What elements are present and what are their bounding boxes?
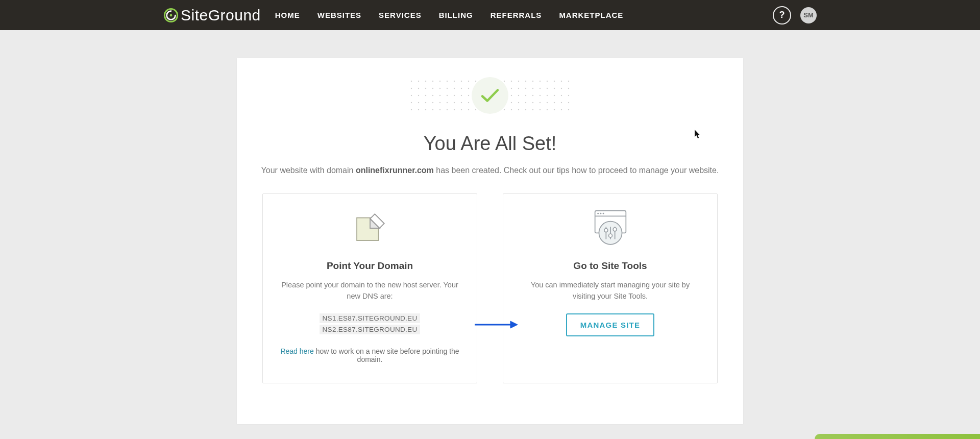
top-header: SiteGround HOME WEBSITES SERVICES BILLIN… <box>0 0 980 30</box>
svg-point-16 <box>613 228 617 231</box>
nav-services[interactable]: SERVICES <box>379 1 422 30</box>
main-nav: HOME WEBSITES SERVICES BILLING REFERRALS… <box>275 0 624 30</box>
svg-point-7 <box>597 213 599 214</box>
svg-point-15 <box>608 234 612 237</box>
subtitle-domain: onlinefixrunner.com <box>356 166 434 175</box>
annotation-arrow-icon <box>474 320 518 330</box>
page-subtitle: Your website with domain onlinefixrunner… <box>237 166 743 175</box>
site-tools-icon <box>521 207 700 247</box>
dns-value-2: NS2.ES87.SITEGROUND.EU <box>320 325 421 334</box>
page-title: You Are All Set! <box>237 133 743 155</box>
subtitle-pre: Your website with domain <box>261 166 356 175</box>
user-avatar[interactable]: SM <box>800 7 817 23</box>
brand-logo[interactable]: SiteGround <box>163 7 261 24</box>
nav-websites[interactable]: WEBSITES <box>317 1 361 30</box>
subtitle-post: has been created. Check out our tips how… <box>434 166 719 175</box>
success-check-icon <box>472 77 508 114</box>
svg-point-9 <box>602 213 604 214</box>
read-here-link[interactable]: Read here <box>280 347 313 355</box>
manage-site-button[interactable]: MANAGE SITE <box>566 313 654 336</box>
card-site-tools-text: You can immediately start managing your … <box>521 280 700 302</box>
chat-launcher-peek[interactable] <box>815 434 980 439</box>
card-point-domain-footnote: Read here how to work on a new site befo… <box>280 347 459 363</box>
nav-billing[interactable]: BILLING <box>439 1 473 30</box>
svg-point-8 <box>600 213 601 214</box>
card-point-domain: Point Your Domain Please point your doma… <box>262 193 477 383</box>
nav-marketplace[interactable]: MARKETPLACE <box>559 1 623 30</box>
cards-row: Point Your Domain Please point your doma… <box>237 193 743 383</box>
card-site-tools: Go to Site Tools You can immediately sta… <box>503 193 718 383</box>
card-point-domain-title: Point Your Domain <box>280 260 459 272</box>
siteground-swirl-icon <box>163 8 179 23</box>
hero-graphic <box>237 75 743 116</box>
dns-value-1: NS1.ES87.SITEGROUND.EU <box>320 313 421 323</box>
nav-referrals[interactable]: REFERRALS <box>491 1 542 30</box>
svg-point-1 <box>170 14 173 16</box>
nav-home[interactable]: HOME <box>275 1 300 30</box>
main-panel: You Are All Set! Your website with domai… <box>237 58 743 424</box>
footnote-rest: how to work on a new site before pointin… <box>314 347 459 363</box>
brand-name: SiteGround <box>181 7 261 24</box>
question-mark-icon: ? <box>779 10 785 20</box>
avatar-initials: SM <box>803 11 814 19</box>
svg-marker-18 <box>510 321 518 328</box>
card-point-domain-text: Please point your domain to the new host… <box>280 280 459 302</box>
pencil-note-icon <box>280 207 459 247</box>
card-site-tools-title: Go to Site Tools <box>521 260 700 272</box>
svg-point-14 <box>604 229 607 232</box>
help-icon[interactable]: ? <box>773 6 791 25</box>
